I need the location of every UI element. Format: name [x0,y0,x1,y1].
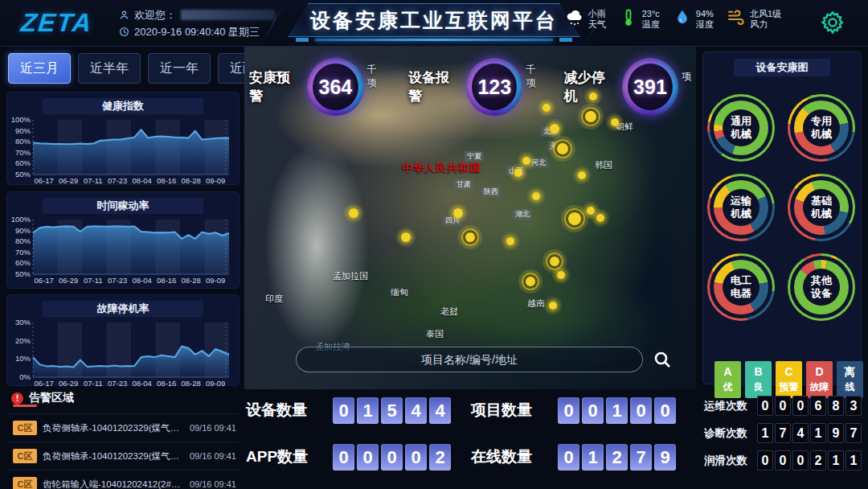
project-marker[interactable] [596,214,604,222]
legend-letter: B [754,364,762,380]
digit: 0 [381,444,403,471]
alert-row[interactable]: B区负荷侧轴承-10401202329(煤气引风机电...09/16 09:41 [6,405,240,414]
kpi-1: 安康预警364千项 [249,58,386,116]
counter-digits: 01544 [333,397,451,424]
province-chip: 湖北 [513,209,532,220]
alert-time: 09/16 09:41 [190,451,236,461]
stat-digits: 000683 [757,396,862,416]
gauge-基础机械[interactable]: 基础机械 [788,174,855,241]
digit: 4 [405,397,427,424]
gauge-通用机械[interactable]: 通用机械 [707,94,775,162]
alert-row[interactable]: C区负荷侧轴承-10401202329(煤气引风机电...09/16 09:41 [6,414,240,442]
alert-time: 09/16 09:41 [190,423,236,433]
alert-zone-badge: B区 [13,405,37,407]
rain-cloud-icon [565,8,584,31]
droplet-icon [673,8,692,31]
legend-letter: C [784,364,792,380]
project-marker[interactable] [578,171,586,179]
kpi-unit: 项 [682,70,691,84]
gauge-专用机械[interactable]: 专用机械 [788,94,855,162]
province-chip: 宁夏 [465,151,484,162]
map-label: 老挝 [440,306,458,318]
project-marker[interactable] [453,208,463,218]
digit: 9 [654,444,676,471]
welcome-block: 欢迎您： 2020-9-16 09:40:40 星期三 [119,6,276,40]
stat-digits: 174197 [757,423,862,443]
weather-label: 天气 [588,19,606,30]
gauge-label: 通用机械 [723,109,760,146]
svg-text:06-29: 06-29 [59,379,78,388]
project-marker[interactable] [349,208,358,218]
gauge-label-line2: 机械 [731,128,751,141]
digit: 1 [582,444,604,471]
kpi-unit: 千项 [526,63,544,90]
health-index-chart: 100%90%80%70%60%50%06-1706-2907-1107-230… [7,116,239,190]
kpi-ring: 391 [622,58,678,116]
project-marker[interactable] [465,232,475,242]
project-marker[interactable] [557,143,568,154]
top-bar: ZETA 欢迎您： 2020-9-16 09:40:40 星期三 设备安康工业互… [0,0,868,47]
svg-text:60%: 60% [15,158,31,167]
project-marker[interactable] [568,212,581,225]
legend-label: 故障 [810,380,829,395]
kpi-ring: 364 [307,58,363,116]
project-marker[interactable] [550,124,559,134]
project-marker[interactable] [526,277,535,286]
alert-area-header: ! 告警区域 [11,391,74,405]
legend-label: 预警 [780,380,799,395]
map-label: 缅甸 [391,286,408,298]
weather-value: 94% [696,9,714,19]
health-index-panel: 健康指数 100%90%80%70%60%50%06-1706-2907-110… [6,92,240,185]
gauge-运输机械[interactable]: 运输机械 [707,174,775,241]
filter-button-3[interactable]: 近一年 [148,53,211,84]
gauge-label-line2: 机械 [811,208,832,220]
digit: 8 [828,396,844,416]
gauge-label-line2: 机械 [811,128,832,141]
weather-text: 23°c温度 [642,9,660,30]
maintenance-stats: 运维次数000683诊断次数174197润滑次数000211 [704,396,862,471]
filter-button-2[interactable]: 近半年 [78,53,141,84]
project-marker[interactable] [506,237,514,245]
svg-text:08-16: 08-16 [157,276,176,285]
digit: 0 [582,397,604,424]
map-search-box[interactable] [296,347,643,372]
settings-gear-icon[interactable] [820,10,845,35]
svg-text:08-16: 08-16 [157,176,176,185]
china-map[interactable]: 中华人民共和国朝鲜韩国印度孟加拉国缅甸老挝泰国越南孟加拉湾宁夏山西河北北京天津陕… [244,47,696,389]
counter-设备数量: 设备数量01544 [246,394,471,426]
gauge-其他设备[interactable]: 其他设备 [788,253,855,321]
project-marker[interactable] [549,302,557,310]
counter-digits: 00002 [333,444,451,471]
gauge-label-line1: 专用 [811,115,832,128]
search-icon[interactable] [653,350,672,369]
digit: 0 [405,444,427,471]
alert-row[interactable]: C区齿轮箱输入端-10401202412(2#（2V）...09/16 09:4… [6,471,240,489]
alert-row[interactable]: C区负荷侧轴承-10401202329(煤气引风机电...09/16 09:41 [6,442,240,471]
project-marker[interactable] [522,157,530,165]
digit: 7 [845,423,862,443]
project-marker[interactable] [401,232,411,242]
gauge-电工电器[interactable]: 电工电器 [707,253,775,321]
project-marker[interactable] [532,192,540,200]
time-filter-group: 近三月近半年近一年近两年 [8,53,280,84]
svg-text:90%: 90% [15,226,31,235]
svg-text:08-16: 08-16 [157,379,176,388]
clock-icon [119,27,129,37]
svg-text:10%: 10% [15,354,31,363]
digit: 0 [630,397,652,424]
svg-text:07-23: 07-23 [108,379,127,388]
search-input[interactable] [314,352,625,367]
title-decoration [315,39,553,41]
project-marker[interactable] [557,271,565,279]
project-marker[interactable] [611,118,619,126]
project-marker[interactable] [550,257,559,266]
digit: 0 [357,444,379,471]
svg-text:06-17: 06-17 [35,276,54,285]
weather-text: 北风1级风力 [750,9,781,30]
filter-button-1[interactable]: 近三月 [8,53,71,84]
alert-list[interactable]: B区负荷侧轴承-10401202329(煤气引风机电...09/16 09:41… [6,405,240,489]
kpi-label: 安康预警 [249,68,302,105]
project-marker[interactable] [587,207,595,215]
project-marker[interactable] [514,169,522,177]
gauge-label-line2: 机械 [731,208,751,220]
